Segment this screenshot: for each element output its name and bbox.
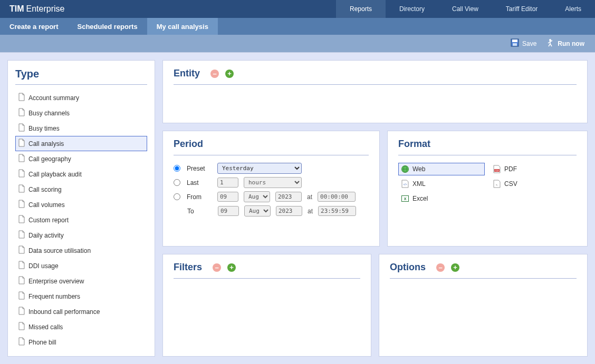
type-item-label: Phone bill	[28, 339, 56, 346]
run-now-button[interactable]: Run now	[546, 38, 584, 48]
main-area: Type Account summaryBusy channelsBusy ti…	[0, 53, 595, 364]
svg-rect-2	[513, 43, 517, 46]
type-item[interactable]: DDI usage	[15, 258, 147, 273]
format-item-csv[interactable]: a,CSV	[490, 178, 577, 190]
type-item-label: Inbound call performance	[28, 308, 100, 316]
type-item[interactable]: Enterprise overview	[15, 273, 147, 289]
document-icon	[18, 169, 25, 179]
entity-remove-icon[interactable]: –	[210, 70, 219, 78]
nav-alerts[interactable]: Alerts	[551, 0, 595, 18]
save-icon	[511, 38, 519, 48]
type-item-label: Enterprise overview	[28, 278, 84, 285]
period-from-radio[interactable]	[174, 193, 180, 200]
type-item[interactable]: Call playback audit	[15, 166, 147, 182]
entity-add-icon[interactable]: +	[225, 70, 234, 78]
type-item[interactable]: Call analysis	[15, 136, 147, 151]
period-last-unit[interactable]: hours	[244, 177, 302, 188]
document-icon	[18, 230, 25, 240]
format-item-label: Excel	[412, 195, 428, 202]
nav-directory[interactable]: Directory	[386, 0, 438, 18]
nav-tariff-editor[interactable]: Tariff Editor	[492, 0, 551, 18]
format-title: Format	[398, 139, 430, 150]
period-preset-select[interactable]: Yesterday	[217, 163, 302, 174]
type-item[interactable]: Call scoring	[15, 182, 147, 197]
subtab-scheduled-reports[interactable]: Scheduled reports	[68, 18, 147, 35]
format-item-pdf[interactable]: PDFPDF	[490, 163, 577, 175]
type-item[interactable]: Frequent numbers	[15, 289, 147, 304]
document-icon	[18, 139, 25, 149]
type-item-label: Call analysis	[28, 140, 64, 147]
panel-period: Period Preset Yesterday Last hours	[162, 131, 380, 247]
format-item-xml[interactable]: </>XML	[398, 178, 485, 190]
format-item-label: Web	[412, 165, 425, 173]
period-last-radio[interactable]	[174, 179, 180, 186]
type-item[interactable]: Phone bill	[15, 335, 147, 349]
subtab-my-call-analysis[interactable]: My call analysis	[147, 18, 218, 35]
subtab-create-report[interactable]: Create a report	[0, 18, 68, 35]
options-remove-icon[interactable]: –	[436, 263, 445, 272]
type-item-label: Call scoring	[28, 186, 62, 193]
format-item-excel[interactable]: XExcel	[398, 192, 485, 205]
brand-bold: TIM	[9, 4, 24, 14]
type-item[interactable]: Call geography	[15, 151, 147, 166]
format-grid: WebPDFPDF</>XMLa,CSVXExcel	[398, 163, 577, 205]
svg-text:</>: </>	[403, 183, 407, 186]
type-item-label: Daily activity	[28, 232, 64, 239]
type-item-label: Call playback audit	[28, 171, 82, 178]
nav-reports[interactable]: Reports	[336, 0, 386, 18]
period-title: Period	[174, 139, 203, 150]
options-add-icon[interactable]: +	[451, 263, 459, 272]
document-icon	[18, 276, 25, 286]
excel-icon: X	[401, 194, 409, 203]
format-item-web[interactable]: Web	[398, 163, 485, 175]
document-icon	[18, 291, 25, 301]
document-icon	[18, 200, 25, 210]
svg-text:X: X	[404, 197, 407, 201]
type-item[interactable]: Custom report	[15, 212, 147, 228]
type-item[interactable]: Account summary	[15, 90, 147, 105]
type-item-label: Call volumes	[28, 201, 65, 209]
type-item[interactable]: Daily activity	[15, 228, 147, 243]
period-from-year[interactable]	[275, 192, 302, 202]
period-preset-label: Preset	[187, 165, 212, 172]
type-item-label: Missed calls	[28, 323, 63, 331]
period-to-month[interactable]: Aug	[244, 205, 271, 217]
filters-remove-icon[interactable]: –	[213, 263, 221, 272]
document-icon	[18, 307, 25, 317]
document-icon	[18, 322, 25, 332]
save-button[interactable]: Save	[511, 38, 536, 48]
subtabs: Create a report Scheduled reports My cal…	[0, 18, 595, 35]
document-icon	[18, 93, 25, 103]
period-to-day[interactable]	[218, 206, 239, 216]
type-item-label: Custom report	[28, 217, 69, 224]
document-icon	[18, 184, 25, 194]
format-item-label: PDF	[504, 165, 517, 173]
period-last-label: Last	[187, 179, 212, 186]
document-icon	[18, 215, 25, 225]
type-list-scroll[interactable]: Account summaryBusy channelsBusy timesCa…	[15, 90, 147, 349]
topnav: Reports Directory Call View Tariff Edito…	[336, 0, 595, 18]
panel-entity: Entity – +	[162, 60, 588, 123]
period-from-day[interactable]	[217, 192, 238, 202]
period-from-time[interactable]	[318, 192, 356, 202]
entity-title: Entity	[174, 68, 200, 79]
period-last-value[interactable]	[217, 178, 238, 188]
period-preset-radio[interactable]	[174, 165, 180, 172]
nav-call-view[interactable]: Call View	[438, 0, 492, 18]
type-item-label: Busy channels	[28, 110, 70, 117]
period-to-time[interactable]	[318, 206, 356, 216]
format-item-label: XML	[412, 180, 426, 188]
type-item[interactable]: Call volumes	[15, 197, 147, 212]
filters-title: Filters	[174, 262, 202, 273]
type-item[interactable]: Inbound call performance	[15, 304, 147, 319]
period-to-year[interactable]	[276, 206, 302, 216]
type-item[interactable]: Busy channels	[15, 105, 147, 121]
period-to-at: at	[308, 208, 313, 215]
period-from-month[interactable]: Aug	[244, 191, 270, 202]
type-item[interactable]: Busy times	[15, 121, 147, 136]
type-item[interactable]: Missed calls	[15, 319, 147, 335]
run-icon	[546, 38, 554, 48]
type-item[interactable]: Data source utilisation	[15, 243, 147, 258]
svg-point-3	[549, 39, 551, 41]
filters-add-icon[interactable]: +	[227, 263, 236, 272]
